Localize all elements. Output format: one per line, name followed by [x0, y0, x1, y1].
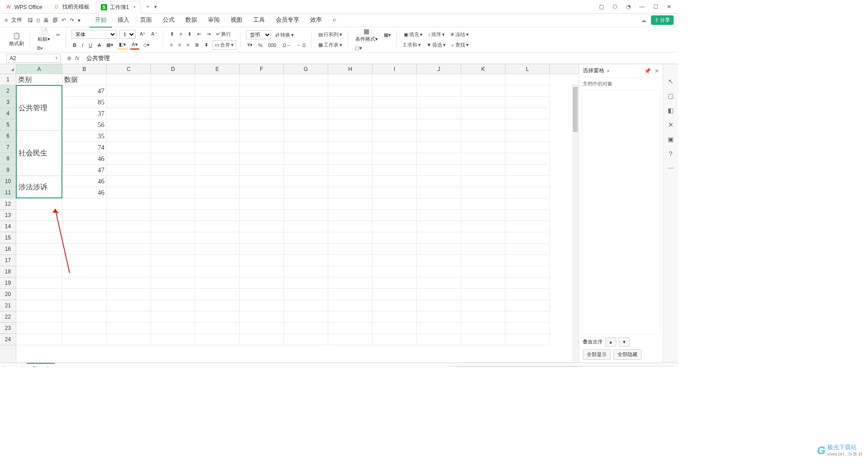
chart-tool-icon[interactable]: ▣ — [668, 136, 674, 143]
cell[interactable] — [505, 311, 550, 323]
cell[interactable] — [373, 187, 417, 198]
cell[interactable] — [417, 255, 461, 266]
cell-B11[interactable]: 46 — [62, 187, 107, 198]
cell-B20[interactable] — [62, 289, 107, 300]
cell[interactable] — [240, 266, 284, 277]
vertical-scrollbar[interactable] — [572, 84, 579, 362]
cell[interactable] — [240, 74, 284, 85]
cell[interactable] — [373, 277, 417, 289]
cell[interactable] — [107, 85, 151, 97]
cell[interactable] — [240, 153, 284, 164]
cell[interactable] — [284, 74, 328, 85]
cell[interactable] — [240, 97, 284, 108]
cell-B15[interactable] — [62, 232, 107, 244]
cell[interactable] — [417, 164, 461, 176]
row-header-2[interactable]: 2 — [0, 85, 16, 97]
cell[interactable] — [373, 164, 417, 176]
row-header-16[interactable]: 16 — [0, 244, 16, 255]
cell[interactable] — [240, 255, 284, 266]
cell[interactable] — [328, 255, 373, 266]
cell-A18[interactable] — [16, 266, 62, 277]
decrease-decimal-icon[interactable]: ←.0 — [295, 42, 307, 49]
send-backward-button[interactable]: ▾ — [619, 337, 630, 347]
cell[interactable] — [417, 221, 461, 232]
row-header-9[interactable]: 9 — [0, 164, 16, 176]
cell-A24[interactable] — [16, 334, 62, 345]
cell[interactable] — [240, 119, 284, 131]
cell-B14[interactable] — [62, 221, 107, 232]
cell[interactable] — [284, 221, 328, 232]
cell[interactable] — [151, 232, 195, 244]
cell[interactable] — [461, 300, 505, 311]
cell[interactable] — [151, 187, 195, 198]
cell[interactable] — [505, 108, 550, 119]
col-header-A[interactable]: A — [16, 64, 62, 74]
cell[interactable] — [417, 323, 461, 334]
cube-icon[interactable]: ⬡ — [611, 3, 618, 10]
cell[interactable] — [195, 232, 240, 244]
cell-A15[interactable] — [16, 232, 62, 244]
cell[interactable] — [240, 244, 284, 255]
copy-icon[interactable]: ⧉▾ — [36, 44, 44, 52]
cell[interactable] — [505, 277, 550, 289]
undo-icon[interactable]: ↶ — [61, 17, 66, 24]
cell[interactable] — [195, 153, 240, 164]
cell[interactable] — [461, 153, 505, 164]
indent-increase-icon[interactable]: ⇥ — [205, 30, 212, 38]
row-header-10[interactable]: 10 — [0, 176, 16, 187]
cell[interactable] — [107, 187, 151, 198]
cell-A1[interactable]: 类别 — [16, 74, 62, 85]
cell[interactable] — [328, 277, 373, 289]
cell-B3[interactable]: 85 — [62, 97, 107, 108]
cell[interactable] — [284, 131, 328, 142]
close-button[interactable]: ✕ — [665, 3, 673, 10]
row-header-23[interactable]: 23 — [0, 323, 16, 334]
cell[interactable] — [284, 277, 328, 289]
export-icon[interactable]: ⎙ — [37, 17, 40, 24]
distribute-icon[interactable]: ⬍ — [203, 41, 210, 49]
cell[interactable] — [151, 108, 195, 119]
cell[interactable] — [461, 334, 505, 345]
cell[interactable] — [373, 311, 417, 323]
cell[interactable] — [240, 187, 284, 198]
cell[interactable] — [505, 334, 550, 345]
cell[interactable] — [107, 266, 151, 277]
row-header-5[interactable]: 5 — [0, 119, 16, 131]
cell[interactable] — [195, 221, 240, 232]
close-panel-icon[interactable]: ✕ — [655, 68, 659, 74]
cell[interactable] — [461, 289, 505, 300]
cell[interactable] — [195, 131, 240, 142]
cell[interactable] — [195, 74, 240, 85]
cell[interactable] — [107, 97, 151, 108]
decrease-font-icon[interactable]: A⁻ — [150, 30, 158, 38]
cell[interactable] — [240, 221, 284, 232]
border-button[interactable]: ▦▾ — [105, 41, 115, 49]
percent-icon[interactable]: % — [257, 42, 264, 49]
cell[interactable] — [240, 334, 284, 345]
fx-icon[interactable]: fx — [75, 55, 79, 61]
more-tool-icon[interactable]: ⋯ — [668, 164, 674, 172]
cell[interactable] — [284, 142, 328, 153]
cell[interactable] — [284, 255, 328, 266]
app-tab-templates[interactable]: D 找稻壳模板 — [49, 1, 94, 14]
cell[interactable] — [107, 210, 151, 221]
cell[interactable] — [328, 176, 373, 187]
horizontal-scrollbar[interactable] — [448, 366, 674, 367]
cell[interactable] — [151, 334, 195, 345]
row-header-6[interactable]: 6 — [0, 131, 16, 142]
cell[interactable] — [195, 277, 240, 289]
row-header-24[interactable]: 24 — [0, 334, 16, 345]
cell-B12[interactable] — [62, 198, 107, 210]
cell[interactable] — [417, 232, 461, 244]
cell[interactable] — [284, 153, 328, 164]
merge-button[interactable]: ▭合并▾ — [212, 40, 236, 50]
cell[interactable] — [373, 334, 417, 345]
cell-B23[interactable] — [62, 323, 107, 334]
row-header-8[interactable]: 8 — [0, 153, 16, 164]
cell[interactable] — [284, 164, 328, 176]
tab-menu-button[interactable]: ▾ — [154, 4, 157, 10]
avatar-icon[interactable]: ◔ — [625, 3, 632, 10]
layout-tool-icon[interactable]: ▢ — [668, 92, 674, 99]
filter-button[interactable]: ▼筛选▾ — [425, 41, 447, 49]
select-all-corner[interactable]: ◢ — [0, 64, 16, 74]
